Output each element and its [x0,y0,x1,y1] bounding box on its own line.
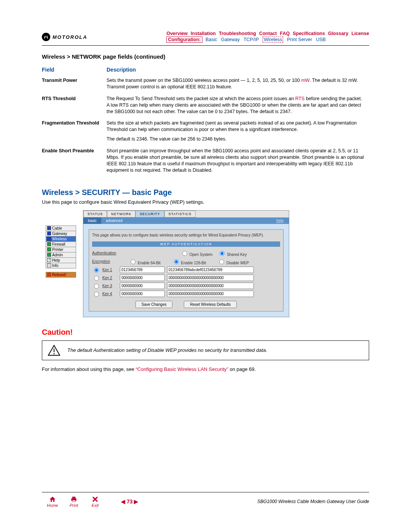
key-128-input[interactable] [167,275,254,281]
key-64-input[interactable] [120,275,165,281]
sidenav-reboot[interactable]: Reboot! [46,272,76,278]
screenshot-inset: CableGatewayWirelessFirewallPrinterAdmin… [46,210,369,317]
nav-glossary[interactable]: Glossary [328,31,349,36]
key-select[interactable] [94,284,99,289]
subnav-basic[interactable]: Basic [206,37,217,42]
enc-option[interactable]: Enable 128-Bit [172,258,206,265]
tab-status[interactable]: STATUS [83,211,107,217]
page-footer: Home Print Exit ◀ 73 ▶ SBG1000 Wireless … [42,492,369,508]
key-label: Key 2 [102,276,118,280]
save-button[interactable]: Save Changes [135,301,173,308]
key-row: Key 4 [92,291,280,297]
sidenav-admin[interactable]: Admin [46,252,76,258]
key-row: Key 2 [92,275,280,281]
afterinfo: For information about using this page, s… [42,366,369,372]
enc-row: Encryption Enable 64-Bit Enable 128-Bit … [92,258,280,265]
key-select[interactable] [94,276,99,281]
sidenav-cable[interactable]: Cable [46,225,76,231]
nav-faq[interactable]: FAQ [280,31,290,36]
key-select[interactable] [94,292,99,297]
primary-nav: OverviewInstallationTroubleshootingConta… [166,30,369,36]
nav-overview[interactable]: Overview [166,31,188,36]
key-64-input[interactable] [120,283,165,289]
exit-button[interactable]: Exit [84,495,106,508]
field-name: Transmit Power [42,76,107,94]
inset-sidenav: CableGatewayWirelessFirewallPrinterAdmin… [46,225,76,317]
enc-label: Encryption [92,259,126,264]
subtab-basic[interactable]: basic [83,217,101,224]
glossary-term[interactable]: mW [301,78,309,83]
key-label: Key 4 [102,292,118,296]
subtab-advanced[interactable]: advanced [101,217,127,224]
inset-tabs-sub: basicadvancedhelp [83,217,289,224]
reset-button[interactable]: Reset Wireless Defaults [184,301,237,308]
sidenav-wireless[interactable]: Wireless [46,236,76,242]
wep-auth-title: WEP AUTHENTICATION [92,241,280,247]
key-128-input[interactable] [167,283,254,289]
auth-option[interactable]: Open System [180,252,212,257]
key-128-input[interactable] [167,291,254,297]
key-row: Key 1 [92,267,280,273]
sidenav-help[interactable]: ?Help [46,257,76,263]
prev-page-arrow[interactable]: ◀ [121,498,125,505]
fields-table: Field Description Transmit PowerSets the… [42,65,369,177]
enc-option[interactable]: Enable 64-Bit [129,258,161,265]
key-128-input[interactable] [167,267,254,273]
page-pager: ◀ 73 ▶ [121,498,138,505]
nav-installation[interactable]: Installation [191,31,216,36]
subnav-print-server[interactable]: Print Server [287,37,312,42]
brand-logo: MOTOROLA [42,30,88,41]
nav-license[interactable]: License [351,31,369,36]
brand-wordmark: MOTOROLA [53,34,88,40]
th-field: Field [42,65,107,76]
key-select[interactable] [94,268,99,273]
glossary-term[interactable]: RTS [295,96,305,101]
security-intro: Use this page to configure basic Wired E… [42,199,369,205]
subnav-tcp/ip[interactable]: TCP/IP [244,37,259,42]
auth-row: Authentication Open System Shared Key [92,250,280,257]
subnav-gateway[interactable]: Gateway [221,37,240,42]
field-desc: Short preamble can improve throughput wh… [107,146,369,177]
security-heading: Wireless > SECURITY — basic Page [42,188,369,197]
sidenav-gateway[interactable]: Gateway [46,231,76,236]
svg-rect-4 [72,500,75,502]
field-name: RTS Threshold [42,94,107,119]
nav-specifications[interactable]: Specifications [293,31,325,36]
print-button[interactable]: Print [63,495,84,508]
panel-note: This page allows you to configure basic … [92,233,280,238]
nav-contact[interactable]: Contact [259,31,277,36]
nav-troubleshooting[interactable]: Troubleshooting [219,31,256,36]
th-desc: Description [107,65,369,76]
key-label: Key 3 [102,284,118,288]
crossref-link[interactable]: “Configuring Basic Wireless LAN Security… [135,366,228,372]
tab-network[interactable]: NETWORK [107,211,135,217]
auth-option[interactable]: Shared Key [218,252,247,257]
warning-icon [48,345,61,356]
inset-panel: STATUSNETWORKSECURITYSTATISTICS basicadv… [83,210,289,317]
next-page-arrow[interactable]: ▶ [134,498,138,505]
sidenav-info[interactable]: iInfo [46,263,76,268]
inset-tabs-top: STATUSNETWORKSECURITYSTATISTICS [83,211,289,217]
sidenav-firewall[interactable]: Firewall [46,241,76,247]
field-name: Enable Short Preamble [42,146,107,177]
subnav-usb[interactable]: USB [316,37,326,42]
caution-heading: Caution! [42,328,369,337]
caution-text: The default Authentication setting of Di… [67,347,267,353]
help-link[interactable]: help [272,217,289,224]
key-row: Key 3 [92,283,280,289]
enc-option[interactable]: Disable WEP [217,258,249,265]
home-button[interactable]: Home [42,495,63,508]
section-title: Wireless > NETWORK page fields (continue… [42,53,369,60]
field-name: Fragmentation Threshold [42,118,107,146]
key-64-input[interactable] [120,267,165,273]
sidenav-printer[interactable]: Printer [46,247,76,252]
tab-security[interactable]: SECURITY [135,211,164,217]
page-number: 73 [127,498,133,505]
secondary-nav: Configuration: BasicGatewayTCP/IPWireles… [166,37,369,42]
key-64-input[interactable] [120,291,165,297]
subnav-wireless[interactable]: Wireless [263,37,283,43]
caution-box: The default Authentication setting of Di… [42,340,369,360]
svg-point-1 [54,353,55,354]
motorola-batwing-icon [42,33,50,41]
tab-statistics[interactable]: STATISTICS [164,211,196,217]
